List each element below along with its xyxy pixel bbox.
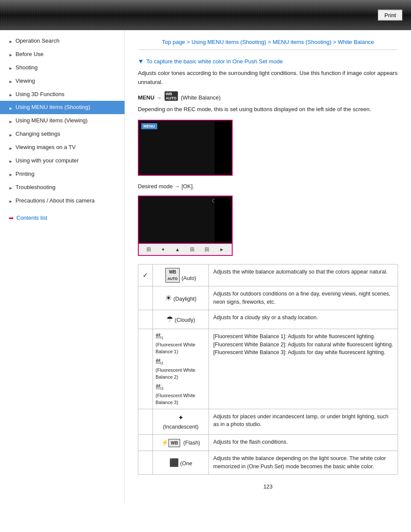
- desc-cell: Adjusts for a cloudy sky or a shady loca…: [209, 310, 398, 329]
- sidebar-item-viewing[interactable]: ► Viewing: [0, 75, 125, 88]
- flash-icon: ⚡: [161, 439, 168, 446]
- page-number: 123: [138, 483, 398, 490]
- main-layout: ► Operation Search ► Before Use ► Shooti…: [0, 30, 411, 503]
- sidebar-item-using-menu-viewing[interactable]: ► Using MENU items (Viewing): [0, 114, 125, 128]
- arrow-icon: ►: [9, 185, 13, 190]
- check-cell: ✓: [138, 264, 153, 286]
- desc-cell: Adjusts the white balance automatically …: [209, 264, 398, 286]
- content-area: Top page > Using MENU items (Shooting) >…: [125, 30, 411, 503]
- description-text-2: Depending on the REC mode, this is set u…: [138, 105, 398, 114]
- check-cell: [138, 435, 153, 451]
- breadcrumb-top[interactable]: Top page: [162, 39, 185, 45]
- description-text: Adjusts color tones according to the sur…: [138, 69, 398, 87]
- header-bar: Print: [0, 0, 411, 30]
- check-cell: [138, 286, 153, 310]
- sidebar-item-label: Printing: [16, 171, 34, 178]
- icon-1: 田: [146, 246, 151, 253]
- sidebar-item-label: Viewing images on a TV: [16, 144, 76, 151]
- desc-cell: Adjusts for outdoors conditions on a fin…: [209, 286, 398, 310]
- desc-cell: [Fluorescent White Balance 1]: Adjusts f…: [209, 329, 398, 409]
- menu-word: MENU: [138, 94, 154, 101]
- fluorescent-icon-1: 然1(Fluorescent White Balance 1): [156, 332, 206, 355]
- desc-cell: Adjusts for places under incandescent la…: [209, 409, 398, 435]
- table-row: ☀ (Daylight) Adjusts for outdoors condit…: [138, 286, 398, 310]
- sidebar-item-viewing-on-tv[interactable]: ► Viewing images on a TV: [0, 141, 125, 154]
- table-row: ☂ (Cloudy) Adjusts for a cloudy sky or a…: [138, 310, 398, 329]
- white-balance-label: (White Balance): [181, 94, 221, 101]
- sidebar-item-label: Using 3D Functions: [16, 91, 64, 98]
- menu-indicator: MENU: [141, 123, 157, 129]
- arrow-icon: ►: [9, 119, 13, 123]
- icon-cell: ☀ (Daylight): [153, 286, 209, 310]
- check-cell: [138, 451, 153, 475]
- sidebar-item-precautions[interactable]: ► Precautions / About this camera: [0, 194, 125, 208]
- sidebar-item-label: Precautions / About this camera: [16, 197, 95, 205]
- check-cell: [138, 310, 153, 329]
- arrow-icon: ►: [9, 132, 13, 137]
- sidebar-item-label: Viewing: [16, 78, 35, 85]
- flash-wb-icon: WB: [168, 439, 180, 447]
- sidebar-item-before-use[interactable]: ► Before Use: [0, 48, 125, 61]
- arrow-icon: ►: [9, 106, 13, 110]
- screenshot-2: OK 田 ✦ ▲ 田 田 ►: [138, 196, 233, 256]
- icon-cell: ⚡WB (Flash): [153, 435, 209, 451]
- cloudy-icon: ☂: [166, 315, 173, 324]
- arrow-symbol: →: [156, 94, 163, 101]
- sidebar-item-label: Using with your computer: [16, 157, 79, 165]
- arrow-icon: ►: [9, 199, 13, 203]
- sidebar-item-label: Troubleshooting: [16, 184, 56, 191]
- breadcrumb-using-menu[interactable]: Using MENU items (Shooting): [191, 39, 266, 45]
- table-row: ✓ WBAUTO(Auto) Adjusts the white balance…: [138, 264, 398, 286]
- sidebar-item-using-3d[interactable]: ► Using 3D Functions: [0, 88, 125, 101]
- sidebar-item-using-computer[interactable]: ► Using with your computer: [0, 154, 125, 168]
- table-row: ✦(Incandescent) Adjusts for places under…: [138, 409, 398, 435]
- arrow-icon: ►: [9, 65, 13, 70]
- icon-cell: ☂ (Cloudy): [153, 310, 209, 329]
- one-push-icon: ⬛: [169, 458, 179, 467]
- sidebar-item-using-menu-shooting[interactable]: ► Using MENU items (Shooting): [0, 101, 125, 114]
- icon-cell: 然1(Fluorescent White Balance 1) 然2(Fluor…: [153, 329, 209, 409]
- icon-3: ▲: [175, 247, 180, 252]
- sidebar: ► Operation Search ► Before Use ► Shooti…: [0, 30, 125, 503]
- sidebar-item-printing[interactable]: ► Printing: [0, 168, 125, 181]
- table-row: ⬛ (One Adjusts the white balance dependi…: [138, 451, 398, 475]
- breadcrumb-sep3: >: [333, 39, 338, 45]
- icon-4: 田: [190, 246, 195, 253]
- icon-row: 田 ✦ ▲ 田 田 ►: [139, 243, 232, 255]
- print-button[interactable]: Print: [378, 10, 402, 21]
- section-title: ▼ To capture the basic white color in On…: [138, 58, 398, 65]
- icon-6: ►: [219, 247, 224, 252]
- screenshot-1-container: MENU: [138, 120, 398, 177]
- arrow-icon: ►: [9, 159, 13, 163]
- triangle-icon: ▼: [138, 58, 144, 65]
- daylight-icon: ☀: [165, 294, 172, 302]
- desc-cell: Adjusts for the flash conditions.: [209, 435, 398, 451]
- arrow-icon: ►: [9, 172, 13, 176]
- check-cell: [138, 329, 153, 409]
- fluorescent-icon-2: 然2(Fluorescent White Balance 2): [156, 357, 206, 381]
- sidebar-item-troubleshooting[interactable]: ► Troubleshooting: [0, 181, 125, 194]
- wb-table: ✓ WBAUTO(Auto) Adjusts the white balance…: [138, 264, 398, 475]
- arrow-icon: ►: [9, 146, 13, 150]
- breadcrumb-white-balance: White Balance: [338, 39, 374, 45]
- sidebar-item-label: Shooting: [16, 64, 37, 72]
- sidebar-item-changing-settings[interactable]: ► Changing settings: [0, 128, 125, 141]
- arrow-icon: ►: [9, 39, 13, 43]
- arrow-icon: ►: [9, 79, 13, 83]
- sidebar-item-label: Operation Search: [16, 37, 59, 45]
- icon-cell: ✦(Incandescent): [153, 409, 209, 435]
- desired-mode-line: Desired mode → [OK].: [138, 183, 398, 190]
- sidebar-item-label: Changing settings: [16, 131, 60, 138]
- breadcrumb-menu-items[interactable]: MENU items (Shooting): [273, 39, 332, 45]
- arrow-right-icon: ➡: [9, 215, 14, 221]
- check-cell: [138, 409, 153, 435]
- wb-menu-icon: WBAUTO: [165, 91, 178, 101]
- table-row: 然1(Fluorescent White Balance 1) 然2(Fluor…: [138, 329, 398, 409]
- sidebar-item-operation-search[interactable]: ► Operation Search: [0, 34, 125, 48]
- breadcrumb-sep1: >: [187, 39, 191, 45]
- black-sidebar: [215, 121, 232, 175]
- sidebar-item-shooting[interactable]: ► Shooting: [0, 61, 125, 75]
- contents-list-link[interactable]: ➡ Contents list: [0, 210, 125, 226]
- icon-2: ✦: [161, 247, 165, 252]
- screenshot-2-container: OK 田 ✦ ▲ 田 田 ►: [138, 196, 398, 257]
